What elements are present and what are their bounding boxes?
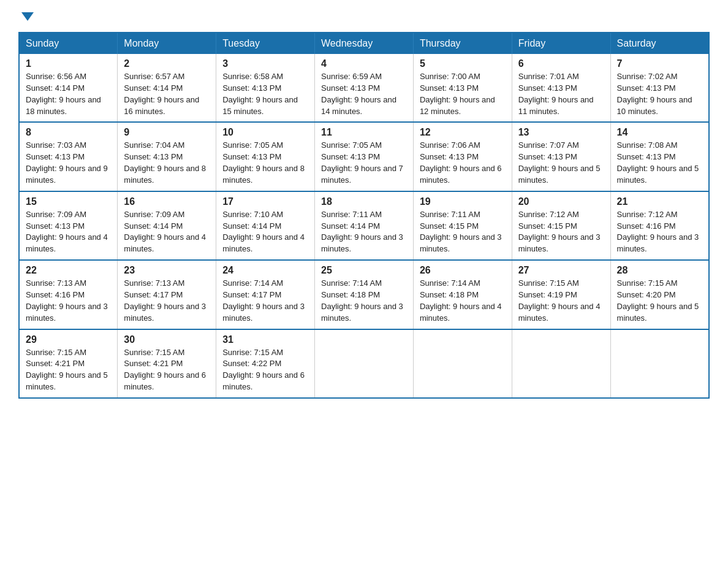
- calendar-day-cell: [315, 329, 414, 398]
- calendar-week-row: 8 Sunrise: 7:03 AMSunset: 4:13 PMDayligh…: [19, 122, 709, 191]
- calendar-day-cell: 17 Sunrise: 7:10 AMSunset: 4:14 PMDaylig…: [216, 191, 315, 260]
- calendar-day-cell: 4 Sunrise: 6:59 AMSunset: 4:13 PMDayligh…: [315, 54, 414, 122]
- day-info: Sunrise: 6:59 AMSunset: 4:13 PMDaylight:…: [321, 72, 396, 116]
- calendar-week-row: 29 Sunrise: 7:15 AMSunset: 4:21 PMDaylig…: [19, 329, 709, 398]
- day-number: 16: [124, 196, 210, 207]
- calendar-table: SundayMondayTuesdayWednesdayThursdayFrid…: [18, 32, 710, 399]
- calendar-day-cell: 13 Sunrise: 7:07 AMSunset: 4:13 PMDaylig…: [512, 122, 610, 191]
- day-number: 26: [420, 265, 506, 276]
- day-number: 24: [222, 265, 308, 276]
- day-number: 2: [124, 58, 210, 69]
- calendar-week-row: 1 Sunrise: 6:56 AMSunset: 4:14 PMDayligh…: [19, 54, 709, 122]
- day-number: 28: [617, 265, 702, 276]
- day-number: 11: [321, 127, 407, 138]
- calendar-day-cell: 6 Sunrise: 7:01 AMSunset: 4:13 PMDayligh…: [512, 54, 610, 122]
- calendar-day-cell: 29 Sunrise: 7:15 AMSunset: 4:21 PMDaylig…: [19, 329, 118, 398]
- day-number: 8: [26, 127, 111, 138]
- day-info: Sunrise: 7:05 AMSunset: 4:13 PMDaylight:…: [222, 140, 305, 185]
- day-info: Sunrise: 7:03 AMSunset: 4:13 PMDaylight:…: [26, 140, 108, 185]
- day-number: 1: [26, 58, 111, 69]
- weekday-header-saturday: Saturday: [610, 33, 709, 54]
- day-number: 3: [222, 58, 308, 69]
- logo-arrow-icon: [21, 12, 34, 21]
- day-number: 27: [518, 265, 604, 276]
- day-info: Sunrise: 7:07 AMSunset: 4:13 PMDaylight:…: [518, 140, 601, 185]
- logo: [18, 12, 34, 21]
- day-number: 19: [420, 196, 506, 207]
- calendar-day-cell: 21 Sunrise: 7:12 AMSunset: 4:16 PMDaylig…: [610, 191, 709, 260]
- calendar-day-cell: 1 Sunrise: 6:56 AMSunset: 4:14 PMDayligh…: [19, 54, 118, 122]
- calendar-day-cell: 16 Sunrise: 7:09 AMSunset: 4:14 PMDaylig…: [118, 191, 216, 260]
- calendar-day-cell: 2 Sunrise: 6:57 AMSunset: 4:14 PMDayligh…: [118, 54, 216, 122]
- day-number: 23: [124, 265, 210, 276]
- calendar-day-cell: 14 Sunrise: 7:08 AMSunset: 4:13 PMDaylig…: [610, 122, 709, 191]
- logo-text: [18, 12, 34, 21]
- day-info: Sunrise: 7:06 AMSunset: 4:13 PMDaylight:…: [420, 140, 502, 185]
- day-info: Sunrise: 6:58 AMSunset: 4:13 PMDaylight:…: [222, 72, 298, 116]
- day-info: Sunrise: 7:11 AMSunset: 4:14 PMDaylight:…: [321, 210, 403, 254]
- day-info: Sunrise: 6:57 AMSunset: 4:14 PMDaylight:…: [124, 72, 199, 116]
- day-info: Sunrise: 7:15 AMSunset: 4:21 PMDaylight:…: [26, 348, 108, 392]
- calendar-day-cell: 19 Sunrise: 7:11 AMSunset: 4:15 PMDaylig…: [413, 191, 512, 260]
- calendar-day-cell: 3 Sunrise: 6:58 AMSunset: 4:13 PMDayligh…: [216, 54, 315, 122]
- calendar-day-cell: [610, 329, 709, 398]
- day-info: Sunrise: 7:12 AMSunset: 4:16 PMDaylight:…: [617, 210, 699, 254]
- calendar-day-cell: 5 Sunrise: 7:00 AMSunset: 4:13 PMDayligh…: [413, 54, 512, 122]
- day-info: Sunrise: 6:56 AMSunset: 4:14 PMDaylight:…: [26, 72, 101, 116]
- day-number: 22: [26, 265, 111, 276]
- day-number: 18: [321, 196, 407, 207]
- calendar-day-cell: 25 Sunrise: 7:14 AMSunset: 4:18 PMDaylig…: [315, 260, 414, 329]
- calendar-day-cell: 18 Sunrise: 7:11 AMSunset: 4:14 PMDaylig…: [315, 191, 414, 260]
- calendar-day-cell: 20 Sunrise: 7:12 AMSunset: 4:15 PMDaylig…: [512, 191, 610, 260]
- calendar-day-cell: 15 Sunrise: 7:09 AMSunset: 4:13 PMDaylig…: [19, 191, 118, 260]
- calendar-day-cell: 8 Sunrise: 7:03 AMSunset: 4:13 PMDayligh…: [19, 122, 118, 191]
- calendar-week-row: 15 Sunrise: 7:09 AMSunset: 4:13 PMDaylig…: [19, 191, 709, 260]
- day-info: Sunrise: 7:15 AMSunset: 4:21 PMDaylight:…: [124, 348, 206, 392]
- day-info: Sunrise: 7:09 AMSunset: 4:14 PMDaylight:…: [124, 210, 206, 254]
- day-number: 9: [124, 127, 210, 138]
- day-number: 30: [124, 334, 210, 345]
- weekday-header-monday: Monday: [118, 33, 216, 54]
- day-number: 17: [222, 196, 308, 207]
- day-info: Sunrise: 7:01 AMSunset: 4:13 PMDaylight:…: [518, 72, 594, 116]
- calendar-day-cell: 27 Sunrise: 7:15 AMSunset: 4:19 PMDaylig…: [512, 260, 610, 329]
- calendar-day-cell: 31 Sunrise: 7:15 AMSunset: 4:22 PMDaylig…: [216, 329, 315, 398]
- day-info: Sunrise: 7:13 AMSunset: 4:16 PMDaylight:…: [26, 278, 108, 323]
- day-number: 10: [222, 127, 308, 138]
- calendar-day-cell: [413, 329, 512, 398]
- calendar-week-row: 22 Sunrise: 7:13 AMSunset: 4:16 PMDaylig…: [19, 260, 709, 329]
- calendar-day-cell: 28 Sunrise: 7:15 AMSunset: 4:20 PMDaylig…: [610, 260, 709, 329]
- calendar-day-cell: 22 Sunrise: 7:13 AMSunset: 4:16 PMDaylig…: [19, 260, 118, 329]
- day-info: Sunrise: 7:08 AMSunset: 4:13 PMDaylight:…: [617, 140, 699, 185]
- day-number: 4: [321, 58, 407, 69]
- weekday-header-friday: Friday: [512, 33, 610, 54]
- day-number: 7: [617, 58, 702, 69]
- weekday-header-tuesday: Tuesday: [216, 33, 315, 54]
- day-info: Sunrise: 7:04 AMSunset: 4:13 PMDaylight:…: [124, 140, 206, 185]
- page-header: [18, 12, 710, 21]
- calendar-day-cell: 30 Sunrise: 7:15 AMSunset: 4:21 PMDaylig…: [118, 329, 216, 398]
- calendar-day-cell: 11 Sunrise: 7:05 AMSunset: 4:13 PMDaylig…: [315, 122, 414, 191]
- calendar-day-cell: 23 Sunrise: 7:13 AMSunset: 4:17 PMDaylig…: [118, 260, 216, 329]
- day-number: 29: [26, 334, 111, 345]
- day-info: Sunrise: 7:14 AMSunset: 4:18 PMDaylight:…: [420, 278, 502, 323]
- day-info: Sunrise: 7:05 AMSunset: 4:13 PMDaylight:…: [321, 140, 403, 185]
- day-number: 5: [420, 58, 506, 69]
- day-number: 31: [222, 334, 308, 345]
- day-number: 14: [617, 127, 702, 138]
- calendar-day-cell: 10 Sunrise: 7:05 AMSunset: 4:13 PMDaylig…: [216, 122, 315, 191]
- day-number: 6: [518, 58, 604, 69]
- weekday-header-row: SundayMondayTuesdayWednesdayThursdayFrid…: [19, 33, 709, 54]
- day-number: 12: [420, 127, 506, 138]
- day-number: 20: [518, 196, 604, 207]
- day-number: 25: [321, 265, 407, 276]
- calendar-day-cell: 7 Sunrise: 7:02 AMSunset: 4:13 PMDayligh…: [610, 54, 709, 122]
- weekday-header-sunday: Sunday: [19, 33, 118, 54]
- day-info: Sunrise: 7:00 AMSunset: 4:13 PMDaylight:…: [420, 72, 495, 116]
- day-info: Sunrise: 7:09 AMSunset: 4:13 PMDaylight:…: [26, 210, 108, 254]
- calendar-day-cell: [512, 329, 610, 398]
- day-info: Sunrise: 7:14 AMSunset: 4:18 PMDaylight:…: [321, 278, 403, 323]
- day-info: Sunrise: 7:15 AMSunset: 4:20 PMDaylight:…: [617, 278, 699, 323]
- day-number: 13: [518, 127, 604, 138]
- day-info: Sunrise: 7:10 AMSunset: 4:14 PMDaylight:…: [222, 210, 305, 254]
